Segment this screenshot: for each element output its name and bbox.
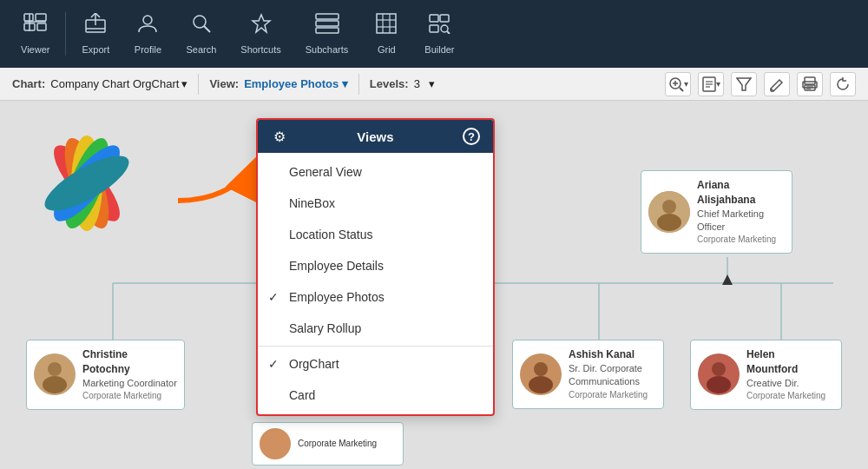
emp-title-christine: Marketing Coordinator — [82, 377, 177, 390]
page-button[interactable]: ▾ — [698, 72, 724, 96]
svg-point-56 — [657, 214, 681, 231]
main-area: ArianaAlisjahbana Chief MarketingOfficer… — [0, 101, 868, 469]
levels-dropdown-arrow: ▾ — [429, 77, 435, 90]
svg-point-9 — [194, 16, 206, 28]
emp-card-christine: ChristinePotochny Marketing Coordinator … — [26, 340, 185, 410]
view-label: View: — [209, 77, 239, 90]
toolbar-export[interactable]: Export — [69, 6, 122, 62]
filter-button[interactable] — [731, 72, 757, 96]
views-item-salary-rollup[interactable]: Salary Rollup — [258, 313, 493, 344]
toolbar-viewer[interactable]: Viewer — [9, 6, 62, 62]
bar-separator-1 — [198, 74, 199, 95]
emp-photo-helen — [698, 353, 740, 395]
svg-point-64 — [712, 362, 726, 376]
views-check-orgchart: ✓ — [268, 357, 282, 371]
views-item-label-orgchart: OrgChart — [289, 357, 339, 371]
emp-photo-partial — [260, 428, 291, 459]
views-title: Views — [289, 129, 462, 144]
views-list: General View NineBox Location Status Emp… — [258, 153, 493, 414]
grid-icon — [376, 13, 397, 39]
emp-info-partial: Corporate Marketing — [298, 438, 377, 450]
chart-bar: Chart: Company Chart OrgChart ▾ View: Em… — [0, 68, 868, 101]
toolbar-shortcuts-label: Shortcuts — [240, 44, 280, 55]
emp-card-ashish: Ashish Kanal Sr. Dir. CorporateCommunica… — [512, 340, 664, 409]
view-value: Employee Photos — [244, 77, 339, 90]
svg-point-55 — [662, 200, 676, 214]
toolbar-profile[interactable]: Profile — [122, 6, 174, 62]
svg-rect-22 — [430, 25, 438, 32]
refresh-button[interactable] — [830, 72, 856, 96]
emp-dept-ariana: Corporate Marketing — [697, 234, 776, 246]
toolbar-divider-1 — [65, 12, 66, 56]
toolbar-subcharts[interactable]: Subcharts — [293, 6, 361, 62]
emp-dept-ashish: Corporate Marketing — [569, 389, 648, 401]
edit-button[interactable] — [764, 72, 790, 96]
emp-photo-ashish — [520, 353, 562, 395]
emp-card-partial: Corporate Marketing — [252, 422, 404, 466]
views-item-location-status[interactable]: Location Status — [258, 219, 493, 250]
svg-point-59 — [43, 376, 67, 393]
views-item-employee-details[interactable]: Employee Details — [258, 250, 493, 281]
emp-info-ashish: Ashish Kanal Sr. Dir. CorporateCommunica… — [569, 347, 648, 401]
emp-name-christine: ChristinePotochny — [82, 347, 177, 377]
svg-point-61 — [534, 362, 548, 376]
svg-rect-3 — [37, 23, 46, 30]
svg-rect-15 — [377, 14, 396, 33]
toolbar-grid-label: Grid — [378, 44, 396, 55]
views-help-button[interactable]: ? — [462, 127, 481, 146]
svg-rect-1 — [36, 14, 46, 21]
svg-rect-13 — [316, 21, 339, 26]
emp-info-helen: HelenMountford Creative Dir. Corporate M… — [746, 347, 825, 402]
emp-title-ariana: Chief MarketingOfficer — [697, 208, 776, 234]
svg-rect-12 — [316, 14, 339, 19]
viewer-icon — [23, 13, 48, 39]
chart-dropdown[interactable]: Company Chart OrgChart ▾ — [50, 77, 187, 90]
views-item-employee-photos[interactable]: ✓ Employee Photos — [258, 281, 493, 313]
bar-right-tools: ▾ ▾ — [665, 72, 856, 96]
view-dropdown-arrow: ▾ — [342, 77, 348, 90]
emp-dept-partial: Corporate Marketing — [298, 438, 377, 450]
profile-icon — [137, 13, 158, 39]
emp-dept-helen: Corporate Marketing — [746, 390, 825, 402]
levels-value: 3 — [414, 77, 420, 90]
views-check-employee-photos: ✓ — [268, 290, 282, 304]
views-item-label-general-view: General View — [289, 165, 362, 179]
toolbar-shortcuts[interactable]: Shortcuts — [228, 6, 293, 62]
toolbar-builder[interactable]: Builder — [412, 6, 466, 62]
svg-rect-14 — [316, 28, 339, 33]
svg-marker-46 — [722, 274, 733, 285]
builder-icon — [428, 13, 450, 39]
view-dropdown[interactable]: Employee Photos ▾ — [244, 77, 348, 90]
emp-card-ariana: ArianaAlisjahbana Chief MarketingOfficer… — [641, 170, 792, 254]
svg-marker-33 — [737, 78, 751, 90]
views-gear-button[interactable]: ⚙ — [270, 127, 289, 146]
views-item-label-ninebox: NineBox — [289, 196, 335, 210]
svg-rect-20 — [430, 15, 438, 22]
views-header: ⚙ Views ? — [258, 120, 493, 153]
emp-title-ashish: Sr. Dir. CorporateCommunications — [569, 362, 648, 389]
zoom-button[interactable]: ▾ — [665, 72, 691, 96]
svg-rect-0 — [24, 14, 33, 21]
print-button[interactable] — [797, 72, 823, 96]
emp-dept-christine: Corporate Marketing — [82, 390, 177, 402]
views-item-label-employee-photos: Employee Photos — [289, 290, 385, 304]
views-item-card[interactable]: Card — [258, 380, 493, 411]
bar-separator-2 — [358, 74, 359, 95]
views-item-label-employee-details: Employee Details — [289, 259, 384, 273]
views-item-general-view[interactable]: General View — [258, 156, 493, 188]
page-arrow: ▾ — [716, 79, 720, 89]
toolbar-subcharts-label: Subcharts — [306, 44, 349, 55]
toolbar-builder-label: Builder — [424, 44, 454, 55]
toolbar-search[interactable]: Search — [174, 6, 228, 62]
views-item-ninebox[interactable]: NineBox — [258, 188, 493, 219]
levels-dropdown[interactable]: 3 ▾ — [414, 77, 435, 90]
zoom-arrow: ▾ — [684, 79, 688, 89]
views-separator — [258, 346, 493, 347]
views-item-label-salary-rollup: Salary Rollup — [289, 321, 361, 335]
chart-value: Company Chart OrgChart — [50, 77, 179, 90]
views-item-orgchart[interactable]: ✓ OrgChart — [258, 348, 493, 380]
emp-name-ashish: Ashish Kanal — [569, 347, 648, 362]
svg-point-23 — [441, 25, 448, 32]
views-dropdown[interactable]: ⚙ Views ? General View NineBox Location … — [256, 118, 495, 416]
toolbar-grid[interactable]: Grid — [360, 6, 412, 62]
